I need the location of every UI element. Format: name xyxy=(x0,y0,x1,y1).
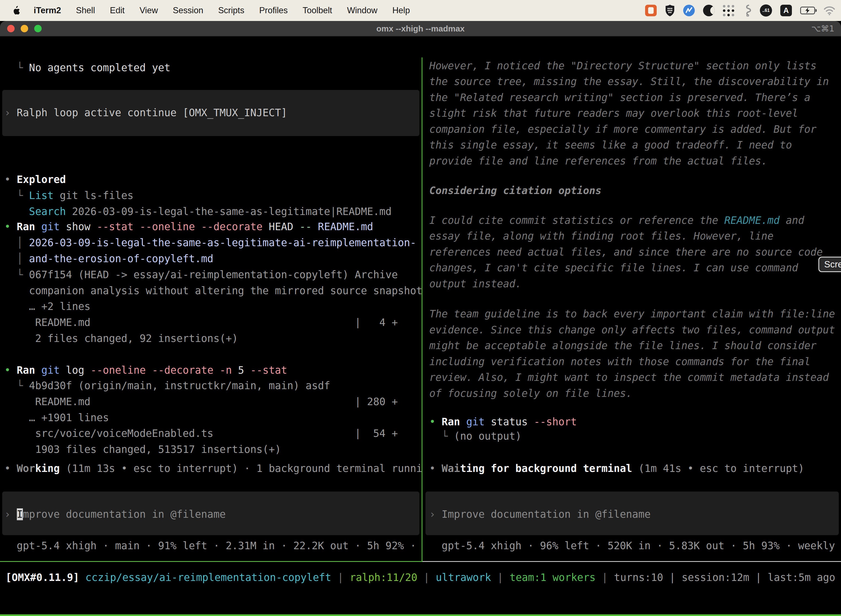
menu-items: iTerm2ShellEditViewSessionScriptsProfile… xyxy=(34,6,410,15)
terminal-line: 1903 files changed, 513517 insertions(+) xyxy=(4,441,281,458)
menu-iterm2[interactable]: iTerm2 xyxy=(34,6,61,15)
terminal-line: this single essay, it seems like a good … xyxy=(429,137,792,153)
screen-share-indicator[interactable]: Scre xyxy=(818,257,841,272)
terminal-pane-right[interactable]: However, I noticed the "Directory Struct… xyxy=(422,57,841,561)
terminal-line: │ and-the-erosion-of-copyleft.md xyxy=(4,251,213,267)
terminal-line: • Ran git status --short xyxy=(429,414,577,430)
terminal-line: │ 2026-03-09-is-legal-the-same-as-legiti… xyxy=(4,235,416,251)
battery-icon[interactable] xyxy=(800,7,815,14)
terminal-line: the source tree, missing the essay. Stil… xyxy=(429,74,829,90)
terminal-line: of focusing solely on file lines. xyxy=(429,386,632,402)
terminal-line: provide file and line references from th… xyxy=(429,153,767,169)
menu-scripts[interactable]: Scripts xyxy=(218,6,245,15)
terminal-line: … +2 lines xyxy=(4,299,91,315)
terminal-line: └ No agents completed yet xyxy=(4,60,170,76)
terminal-line: slight risk that future readers may over… xyxy=(429,106,798,122)
terminal-line: might be acceptable alongside the file l… xyxy=(429,338,816,354)
terminal-line: └ (no output) xyxy=(429,428,522,444)
terminal-line: • Waiting for background terminal (1m 41… xyxy=(429,461,804,477)
terminal-line: I could cite commit statistics or refere… xyxy=(429,213,804,229)
menu-bar: iTerm2ShellEditViewSessionScriptsProfile… xyxy=(0,0,841,21)
menu-edit[interactable]: Edit xyxy=(110,6,125,15)
window-shortcut-hint: ⌥⌘1 xyxy=(811,21,834,37)
terminal-line: • Explored xyxy=(4,172,66,188)
terminal-line: output instead. xyxy=(429,276,522,292)
desktop: { "menu_bar": { "items": ["iTerm2", "She… xyxy=(0,0,841,616)
terminal-line: README.md | 280 + xyxy=(4,394,398,410)
terminal-line: references need actual files, and since … xyxy=(429,244,823,260)
terminal-line: gpt-5.4 xhigh · 96% left · 520K in · 5.8… xyxy=(429,538,841,554)
terminal-line: the "Related research writing" section i… xyxy=(429,90,810,106)
terminal-pane-left[interactable]: └ No agents completed yet› Ralph loop ac… xyxy=(0,57,422,561)
terminal-line: Considering citation options xyxy=(429,183,602,199)
terminal-line: gpt-5.4 xhigh · main · 91% left · 2.31M … xyxy=(4,538,422,554)
menu-toolbelt[interactable]: Toolbelt xyxy=(303,6,332,15)
iterm2-window: omx --xhigh --madmax ⌥⌘1 └ No agents com… xyxy=(0,21,841,616)
terminal-line: … +1901 lines xyxy=(4,410,109,426)
terminal-line: • Ran git log --oneline --decorate -n 5 … xyxy=(4,362,287,378)
tmux-status-bar: [omx-cczip0:bash* "MacBook-Pro-44.local"… xyxy=(0,615,841,616)
apple-menu-icon[interactable] xyxy=(12,6,20,15)
menu-session[interactable]: Session xyxy=(173,6,203,15)
terminal-line: essay file, along with finding root file… xyxy=(429,228,774,244)
terminal-line: • Ran git show --stat --oneline --decora… xyxy=(4,219,373,235)
menu-help[interactable]: Help xyxy=(393,6,410,15)
terminal-line: companion file, especially if more comme… xyxy=(429,122,816,138)
terminal-line: Search 2026-03-09-is-legal-the-same-as-l… xyxy=(4,204,391,220)
menu-profiles[interactable]: Profiles xyxy=(259,6,287,15)
terminal-line: 2 files changed, 92 insertions(+) xyxy=(4,331,238,347)
window-title: omx --xhigh --madmax xyxy=(0,21,841,37)
menu-bar-status-icons: ..61 A xyxy=(645,0,835,21)
terminal-line: src/voice/voiceModeEnabled.ts | 54 + xyxy=(4,425,398,441)
input-source-icon[interactable]: A xyxy=(780,5,792,16)
omx-status-pane: [OMX#0.11.9] cczip/essay/ai-reimplementa… xyxy=(0,562,841,615)
activity-sync-icon[interactable] xyxy=(683,5,695,16)
terminal-line: └ 4b9d30f (origin/main, instructkr/main,… xyxy=(4,378,330,394)
terminal-line: › Improve documentation in @filename xyxy=(429,506,651,522)
pane-divider[interactable] xyxy=(422,57,422,561)
terminal-line: › Ralph loop active continue [OMX_TMUX_I… xyxy=(4,105,287,121)
chat-app-icon[interactable] xyxy=(645,5,657,16)
terminal-line: The team guideline is to back every impo… xyxy=(429,306,835,322)
terminal-line: including verification notes with those … xyxy=(429,354,810,370)
dots-grid-icon[interactable] xyxy=(723,4,735,16)
disk-usage-icon[interactable] xyxy=(703,5,715,16)
menu-view[interactable]: View xyxy=(140,6,158,15)
terminal-line: › Improve documentation in @filename xyxy=(4,506,226,522)
squiggle-utility-icon[interactable] xyxy=(743,4,752,16)
terminal-line: changes, I can't cite specific file line… xyxy=(429,260,798,276)
terminal-line: └ 067f154 (HEAD -> essay/ai-reimplementa… xyxy=(4,267,398,283)
terminal-line: review. Also, I might want to inspect th… xyxy=(429,370,829,386)
terminal-line: companion analysis without altering the … xyxy=(4,283,422,299)
wifi-icon[interactable] xyxy=(823,6,835,15)
terminal-line: However, I noticed the "Directory Struct… xyxy=(429,58,816,74)
battery-percent-badge-icon[interactable]: ..61 xyxy=(760,4,772,16)
terminal-line: • Working (11m 13s • esc to interrupt) ·… xyxy=(4,461,422,477)
title-bar[interactable]: omx --xhigh --madmax ⌥⌘1 xyxy=(0,21,841,37)
terminal-line: README.md | 4 + xyxy=(4,315,398,331)
menu-shell[interactable]: Shell xyxy=(76,6,95,15)
terminal-line: evidence. Since this change only affects… xyxy=(429,322,835,338)
terminal-line: └ List git ls-files xyxy=(4,188,133,204)
terminal-line: [OMX#0.11.9] cczip/essay/ai-reimplementa… xyxy=(6,570,835,586)
menu-window[interactable]: Window xyxy=(347,6,378,15)
shield-icon[interactable] xyxy=(665,4,675,16)
